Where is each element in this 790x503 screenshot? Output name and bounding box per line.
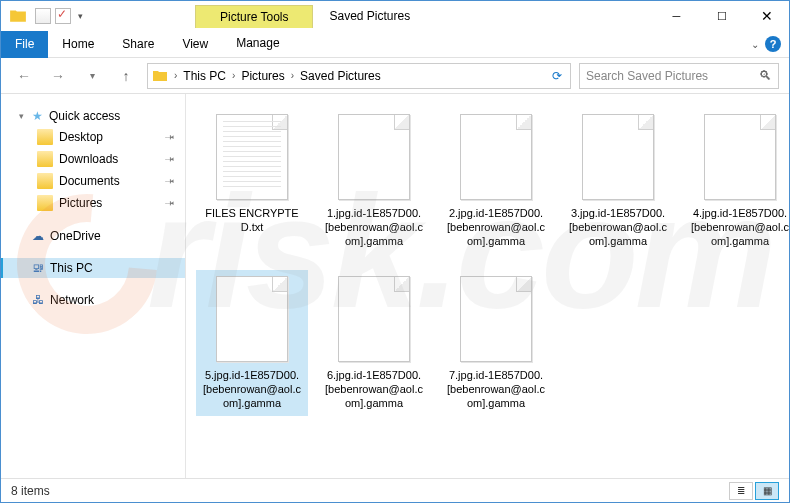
- window-controls: ─ ☐ ✕: [654, 2, 789, 31]
- sidebar-item-network[interactable]: ▸ 🖧 Network: [1, 290, 185, 310]
- file-item[interactable]: 2.jpg.id-1E857D00.[bebenrowan@aol.com].g…: [440, 108, 552, 254]
- explorer-window: Picture Tools Saved Pictures ─ ☐ ✕ File …: [0, 0, 790, 503]
- navbar: ← → ▾ ↑ › This PC › Pictures › Saved Pic…: [1, 58, 789, 94]
- file-grid: FILES ENCRYPTED.txt1.jpg.id-1E857D00.[be…: [196, 108, 779, 416]
- file-icon: [460, 276, 532, 362]
- textfile-icon: [216, 114, 288, 200]
- window-title: Saved Pictures: [329, 9, 410, 23]
- close-button[interactable]: ✕: [744, 2, 789, 31]
- view-toggles: ≣ ▦: [729, 482, 779, 500]
- file-item[interactable]: 7.jpg.id-1E857D00.[bebenrowan@aol.com].g…: [440, 270, 552, 416]
- sidebar-item-onedrive[interactable]: ▸ ☁ OneDrive: [1, 226, 185, 246]
- view-details-button[interactable]: ≣: [729, 482, 753, 500]
- sidebar-item-label: OneDrive: [50, 229, 101, 243]
- thispc-icon: 🖳: [32, 261, 44, 275]
- pin-icon: 📌︎: [163, 152, 178, 167]
- chevron-right-icon[interactable]: ›: [172, 70, 179, 81]
- context-tool-label: Picture Tools: [195, 5, 313, 28]
- ribbon: File Home Share View Manage ⌄ ?: [1, 31, 789, 58]
- sidebar-item-pictures[interactable]: Pictures 📌︎: [1, 192, 185, 214]
- status-text: 8 items: [11, 484, 50, 498]
- file-item[interactable]: FILES ENCRYPTED.txt: [196, 108, 308, 254]
- chevron-right-icon[interactable]: ›: [230, 70, 237, 81]
- file-name: 3.jpg.id-1E857D00.[bebenrowan@aol.com].g…: [568, 206, 668, 248]
- help-icon[interactable]: ?: [765, 36, 781, 52]
- up-button[interactable]: ↑: [113, 63, 139, 89]
- tab-file[interactable]: File: [1, 31, 48, 58]
- pictures-icon: [37, 195, 53, 211]
- file-name: 5.jpg.id-1E857D00.[bebenrowan@aol.com].g…: [202, 368, 302, 410]
- file-item[interactable]: 6.jpg.id-1E857D00.[bebenrowan@aol.com].g…: [318, 270, 430, 416]
- file-item[interactable]: 3.jpg.id-1E857D00.[bebenrowan@aol.com].g…: [562, 108, 674, 254]
- documents-icon: [37, 173, 53, 189]
- sidebar-item-desktop[interactable]: Desktop 📌︎: [1, 126, 185, 148]
- sidebar-item-label: Downloads: [59, 152, 118, 166]
- desktop-icon: [37, 129, 53, 145]
- chevron-down-icon[interactable]: ▾: [19, 111, 24, 121]
- minimize-button[interactable]: ─: [654, 2, 699, 31]
- sidebar-item-quickaccess[interactable]: ▾ ★ Quick access: [1, 106, 185, 126]
- search-input[interactable]: Search Saved Pictures 🔍︎: [579, 63, 779, 89]
- network-icon: 🖧: [32, 293, 44, 307]
- contextual-tab-header: Picture Tools: [195, 5, 313, 28]
- pin-icon: 📌︎: [163, 130, 178, 145]
- sidebar-item-thispc[interactable]: ▸ 🖳 This PC: [1, 258, 185, 278]
- statusbar: 8 items ≣ ▦: [1, 478, 789, 502]
- sidebar-item-documents[interactable]: Documents 📌︎: [1, 170, 185, 192]
- file-name: FILES ENCRYPTED.txt: [202, 206, 302, 234]
- file-icon: [582, 114, 654, 200]
- file-name: 6.jpg.id-1E857D00.[bebenrowan@aol.com].g…: [324, 368, 424, 410]
- file-item[interactable]: 5.jpg.id-1E857D00.[bebenrowan@aol.com].g…: [196, 270, 308, 416]
- sidebar-item-label: Network: [50, 293, 94, 307]
- search-icon[interactable]: 🔍︎: [759, 68, 772, 83]
- sidebar-item-label: Pictures: [59, 196, 102, 210]
- file-icon: [704, 114, 776, 200]
- sidebar-item-label: Desktop: [59, 130, 103, 144]
- onedrive-group: ▸ ☁ OneDrive: [1, 226, 185, 246]
- breadcrumb-savedpictures[interactable]: Saved Pictures: [300, 69, 381, 83]
- forward-button[interactable]: →: [45, 63, 71, 89]
- file-icon: [338, 276, 410, 362]
- file-item[interactable]: 1.jpg.id-1E857D00.[bebenrowan@aol.com].g…: [318, 108, 430, 254]
- breadcrumb-pictures[interactable]: Pictures: [241, 69, 284, 83]
- tab-manage[interactable]: Manage: [222, 30, 293, 59]
- tab-home[interactable]: Home: [48, 31, 108, 58]
- body: ▾ ★ Quick access Desktop 📌︎ Downloads 📌︎: [1, 94, 789, 478]
- qat-area: [1, 7, 85, 25]
- breadcrumb[interactable]: › This PC › Pictures › Saved Pictures ⟳: [147, 63, 571, 89]
- file-name: 1.jpg.id-1E857D00.[bebenrowan@aol.com].g…: [324, 206, 424, 248]
- maximize-button[interactable]: ☐: [699, 2, 744, 31]
- expand-ribbon-icon[interactable]: ⌄: [751, 39, 759, 50]
- qat-dropdown-icon[interactable]: [75, 8, 85, 24]
- sidebar-item-label: Documents: [59, 174, 120, 188]
- quick-access-group: ▾ ★ Quick access Desktop 📌︎ Downloads 📌︎: [1, 106, 185, 214]
- folder-icon: [9, 7, 27, 25]
- ribbon-right-controls: ⌄ ?: [751, 36, 781, 52]
- network-group: ▸ 🖧 Network: [1, 290, 185, 310]
- search-placeholder: Search Saved Pictures: [586, 69, 708, 83]
- breadcrumb-thispc[interactable]: This PC: [183, 69, 226, 83]
- pin-icon: 📌︎: [163, 196, 178, 211]
- sidebar-item-downloads[interactable]: Downloads 📌︎: [1, 148, 185, 170]
- quick-access-toolbar: [29, 8, 85, 24]
- refresh-icon[interactable]: ⟳: [552, 69, 566, 83]
- titlebar: Picture Tools Saved Pictures ─ ☐ ✕: [1, 1, 789, 31]
- pin-icon: 📌︎: [163, 174, 178, 189]
- file-icon: [216, 276, 288, 362]
- tab-view[interactable]: View: [168, 31, 222, 58]
- chevron-right-icon[interactable]: ›: [289, 70, 296, 81]
- recent-dropdown-icon[interactable]: ▾: [79, 63, 105, 89]
- sidebar-item-label: Quick access: [49, 109, 120, 123]
- qat-properties-icon[interactable]: [35, 8, 51, 24]
- tab-share[interactable]: Share: [108, 31, 168, 58]
- sidebar-item-label: This PC: [50, 261, 93, 275]
- file-name: 4.jpg.id-1E857D00.[bebenrowan@aol.com].g…: [690, 206, 789, 248]
- file-name: 7.jpg.id-1E857D00.[bebenrowan@aol.com].g…: [446, 368, 546, 410]
- file-item[interactable]: 4.jpg.id-1E857D00.[bebenrowan@aol.com].g…: [684, 108, 789, 254]
- star-icon: ★: [32, 109, 43, 123]
- qat-check-icon[interactable]: [55, 8, 71, 24]
- file-view[interactable]: FILES ENCRYPTED.txt1.jpg.id-1E857D00.[be…: [186, 94, 789, 478]
- back-button[interactable]: ←: [11, 63, 37, 89]
- cloud-icon: ☁: [32, 229, 44, 243]
- view-large-icons-button[interactable]: ▦: [755, 482, 779, 500]
